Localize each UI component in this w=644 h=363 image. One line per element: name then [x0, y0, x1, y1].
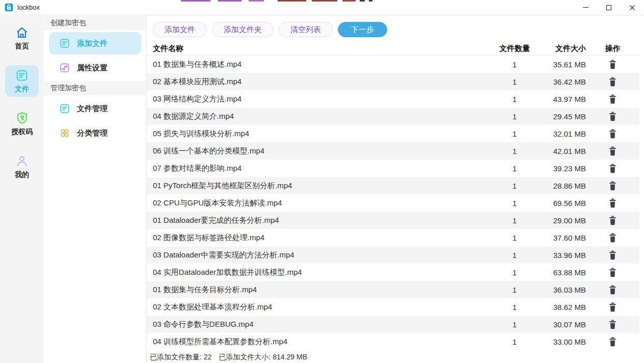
delete-file-button[interactable] [607, 93, 619, 105]
table-row: 01 Dataloader要完成的任务分析.mp4 1 29.00 MB [147, 212, 639, 229]
file-size: 29.00 MB [540, 216, 586, 225]
table-header: 文件名称 文件数量 文件大小 操作 [147, 42, 639, 56]
trash-icon [608, 302, 618, 313]
delete-file-button[interactable] [607, 267, 619, 278]
file-list-icon [59, 103, 70, 114]
trash-icon [608, 284, 618, 295]
delete-file-button[interactable] [607, 319, 619, 330]
delete-file-button[interactable] [607, 76, 619, 87]
file-name: 03 Dataloader中需要实现的方法分析.mp4 [147, 250, 489, 260]
file-count: 1 [489, 268, 540, 277]
trash-icon [608, 215, 618, 226]
file-operations [586, 267, 639, 278]
titlebar: lockbox [0, 0, 644, 15]
file-name: 02 图像数据与标签路径处理.mp4 [147, 233, 489, 243]
column-header-count: 文件数量 [489, 44, 540, 54]
delete-file-button[interactable] [607, 249, 619, 261]
nav-item-label: 文件管理 [77, 104, 108, 114]
table-row: 06 训练一个基本的分类模型.mp4 1 42.01 MB [147, 142, 639, 160]
file-count: 1 [489, 164, 540, 173]
file-count: 1 [489, 147, 540, 155]
delete-file-button[interactable] [607, 163, 619, 174]
table-row: 03 命令行参数与DEBUG.mp4 1 30.07 MB [147, 316, 639, 333]
nav-item-file-management[interactable]: 文件管理 [49, 97, 141, 120]
file-count: 1 [489, 182, 540, 190]
file-operations [586, 215, 639, 226]
file-size: 28.86 MB [540, 182, 586, 190]
file-count: 1 [489, 199, 540, 208]
column-header-name: 文件名称 [147, 44, 489, 54]
table-row: 04 实用Dataloader加载数据并训练模型.mp4 1 63.88 MB [147, 264, 639, 281]
table-row: 02 CPU与GPU版本安装方法解读.mp4 1 69.56 MB [147, 194, 639, 212]
add-file-button[interactable]: 添加文件 [153, 22, 207, 37]
file-name: 01 Dataloader要完成的任务分析.mp4 [147, 216, 489, 225]
delete-file-button[interactable] [607, 197, 619, 209]
delete-file-button[interactable] [607, 232, 619, 243]
file-count: 1 [489, 95, 540, 103]
file-name: 02 CPU与GPU版本安装方法解读.mp4 [147, 198, 489, 208]
sidebar-item-home[interactable]: 首页 [5, 22, 39, 54]
nav-item-property-settings[interactable]: 属性设置 [49, 57, 141, 79]
secondary-sidebar: 创建加密包 添加文件 属性设置 管理加密包 [44, 16, 147, 363]
file-size: 43.97 MB [540, 95, 586, 103]
window-controls [574, 0, 644, 15]
delete-file-button[interactable] [607, 336, 619, 347]
nav-item-label: 属性设置 [77, 63, 108, 73]
user-icon [15, 154, 29, 168]
trash-icon [608, 111, 618, 122]
file-operations [586, 145, 639, 157]
add-folder-button[interactable]: 添加文件夹 [212, 22, 274, 37]
file-size: 69.56 MB [540, 199, 586, 208]
nav-section-label: 创建加密包 [50, 18, 86, 28]
table-row: 04 数据源定义简介.mp4 1 29.45 MB [147, 108, 639, 125]
nav-item-category-management[interactable]: 分类管理 [49, 122, 141, 144]
close-button[interactable] [621, 0, 644, 15]
delete-file-button[interactable] [607, 180, 619, 191]
sidebar-item-files[interactable]: 文件 [5, 65, 39, 97]
app-body: 首页 文件 授权码 我的 [0, 16, 644, 363]
file-size: 36.42 MB [540, 77, 586, 86]
delete-file-button[interactable] [607, 301, 619, 313]
file-name: 06 训练一个基本的分类模型.mp4 [147, 146, 489, 156]
file-count: 1 [489, 286, 540, 294]
sidebar-item-authcode[interactable]: 授权码 [5, 108, 39, 140]
home-icon [15, 26, 29, 39]
trash-icon [608, 163, 618, 174]
file-count: 1 [489, 77, 540, 86]
toolbar: 添加文件 添加文件夹 清空列表 下一步 [147, 16, 644, 42]
trash-icon [608, 76, 618, 87]
sidebar-item-label: 我的 [15, 170, 29, 179]
minimize-button[interactable] [574, 0, 597, 15]
delete-file-button[interactable] [607, 215, 619, 226]
file-name: 05 损失与训练模块分析.mp4 [147, 129, 489, 139]
file-size: 42.01 MB [540, 147, 586, 155]
delete-file-button[interactable] [607, 145, 619, 157]
file-operations [586, 93, 639, 105]
file-count: 1 [489, 129, 540, 138]
trash-icon [608, 232, 618, 243]
trash-icon [608, 59, 618, 70]
nav-section-label: 管理加密包 [50, 84, 86, 93]
sidebar-item-label: 文件 [15, 85, 29, 94]
delete-file-button[interactable] [607, 59, 619, 70]
file-operations [586, 197, 639, 209]
sidebar-item-mine[interactable]: 我的 [5, 151, 39, 183]
file-table: 文件名称 文件数量 文件大小 操作 01 数据集与任务概述.mp4 1 35.6… [147, 42, 639, 350]
file-operations [586, 76, 639, 87]
file-operations [586, 180, 639, 191]
file-size: 33.96 MB [540, 251, 586, 260]
next-step-button[interactable]: 下一步 [338, 22, 387, 37]
nav-item-add-files[interactable]: 添加文件 [49, 32, 141, 55]
delete-file-button[interactable] [607, 128, 619, 139]
delete-file-button[interactable] [607, 284, 619, 295]
trash-icon [608, 319, 618, 330]
file-name: 04 训练模型所需基本配置参数分析.mp4 [147, 337, 489, 347]
trash-icon [608, 180, 618, 191]
sidebar-item-label: 授权码 [11, 127, 33, 137]
main-content: 添加文件 添加文件夹 清空列表 下一步 文件名称 文件数量 文件大小 操作 01… [147, 16, 644, 363]
delete-file-button[interactable] [607, 111, 619, 122]
file-name: 07 参数对结果的影响.mp4 [147, 164, 489, 173]
maximize-button[interactable] [597, 0, 621, 15]
clear-list-button[interactable]: 清空列表 [279, 22, 333, 37]
nav-section-manage: 管理加密包 [44, 81, 146, 95]
